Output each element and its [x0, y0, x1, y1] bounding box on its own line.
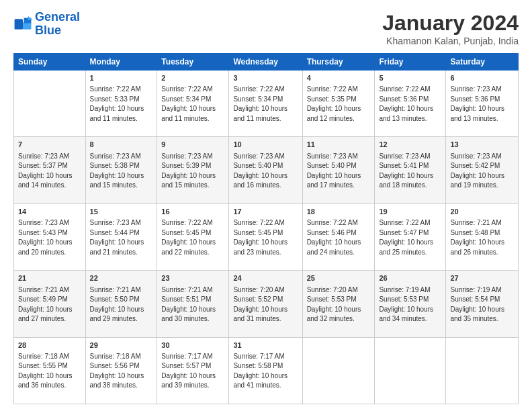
day-info: Sunrise: 7:22 AM Sunset: 5:35 PM Dayligh…	[307, 85, 371, 124]
day-cell: 5Sunrise: 7:22 AM Sunset: 5:36 PM Daylig…	[375, 71, 446, 137]
col-header-thursday: Thursday	[302, 54, 375, 71]
logo-line2: Blue	[35, 24, 61, 37]
day-info: Sunrise: 7:22 AM Sunset: 5:47 PM Dayligh…	[379, 218, 441, 257]
day-number: 12	[379, 140, 441, 150]
day-number: 26	[379, 273, 441, 283]
day-cell: 11Sunrise: 7:23 AM Sunset: 5:40 PM Dayli…	[302, 137, 375, 203]
header: General Blue January 2024 Khamanon Kalan…	[13, 11, 519, 46]
day-info: Sunrise: 7:18 AM Sunset: 5:56 PM Dayligh…	[90, 352, 153, 391]
day-number: 8	[90, 140, 153, 150]
logo: General Blue	[13, 11, 80, 38]
day-cell: 8Sunrise: 7:23 AM Sunset: 5:38 PM Daylig…	[85, 137, 157, 203]
day-cell: 22Sunrise: 7:21 AM Sunset: 5:50 PM Dayli…	[85, 271, 157, 337]
day-cell: 2Sunrise: 7:22 AM Sunset: 5:34 PM Daylig…	[157, 71, 229, 137]
day-cell: 9Sunrise: 7:23 AM Sunset: 5:39 PM Daylig…	[157, 137, 229, 203]
day-info: Sunrise: 7:22 AM Sunset: 5:46 PM Dayligh…	[307, 218, 371, 257]
day-number: 5	[379, 73, 441, 83]
day-info: Sunrise: 7:23 AM Sunset: 5:36 PM Dayligh…	[450, 85, 514, 124]
day-cell: 13Sunrise: 7:23 AM Sunset: 5:42 PM Dayli…	[446, 137, 519, 203]
calendar-body: 1Sunrise: 7:22 AM Sunset: 5:33 PM Daylig…	[14, 71, 519, 404]
day-number: 4	[307, 73, 371, 83]
day-cell: 6Sunrise: 7:23 AM Sunset: 5:36 PM Daylig…	[446, 71, 519, 137]
calendar-table: SundayMondayTuesdayWednesdayThursdayFrid…	[13, 53, 519, 404]
day-cell: 30Sunrise: 7:17 AM Sunset: 5:57 PM Dayli…	[157, 337, 229, 404]
day-number: 13	[450, 140, 514, 150]
day-info: Sunrise: 7:23 AM Sunset: 5:41 PM Dayligh…	[379, 152, 441, 191]
col-header-sunday: Sunday	[14, 54, 86, 71]
day-cell: 28Sunrise: 7:18 AM Sunset: 5:55 PM Dayli…	[14, 337, 86, 404]
day-info: Sunrise: 7:22 AM Sunset: 5:33 PM Dayligh…	[90, 85, 153, 124]
day-info: Sunrise: 7:23 AM Sunset: 5:39 PM Dayligh…	[161, 152, 224, 191]
day-cell: 21Sunrise: 7:21 AM Sunset: 5:49 PM Dayli…	[14, 271, 86, 337]
week-row-1: 1Sunrise: 7:22 AM Sunset: 5:33 PM Daylig…	[14, 71, 519, 137]
day-info: Sunrise: 7:22 AM Sunset: 5:34 PM Dayligh…	[233, 85, 298, 124]
day-info: Sunrise: 7:23 AM Sunset: 5:43 PM Dayligh…	[18, 218, 81, 257]
day-number: 15	[90, 207, 153, 217]
day-number: 24	[233, 273, 298, 283]
day-info: Sunrise: 7:22 AM Sunset: 5:34 PM Dayligh…	[161, 85, 224, 124]
day-cell: 3Sunrise: 7:22 AM Sunset: 5:34 PM Daylig…	[229, 71, 302, 137]
day-info: Sunrise: 7:23 AM Sunset: 5:42 PM Dayligh…	[450, 152, 514, 191]
day-info: Sunrise: 7:22 AM Sunset: 5:45 PM Dayligh…	[161, 218, 224, 257]
page: General Blue January 2024 Khamanon Kalan…	[0, 0, 532, 411]
col-header-friday: Friday	[375, 54, 446, 71]
day-number: 30	[161, 340, 224, 351]
day-info: Sunrise: 7:21 AM Sunset: 5:49 PM Dayligh…	[18, 285, 81, 324]
day-cell: 19Sunrise: 7:22 AM Sunset: 5:47 PM Dayli…	[375, 203, 446, 270]
day-cell: 29Sunrise: 7:18 AM Sunset: 5:56 PM Dayli…	[85, 337, 157, 404]
day-info: Sunrise: 7:18 AM Sunset: 5:55 PM Dayligh…	[18, 352, 81, 391]
day-info: Sunrise: 7:20 AM Sunset: 5:52 PM Dayligh…	[233, 285, 298, 324]
svg-marker-3	[28, 15, 32, 19]
day-number: 29	[90, 340, 153, 351]
day-number: 23	[161, 273, 224, 283]
day-cell: 20Sunrise: 7:21 AM Sunset: 5:48 PM Dayli…	[446, 203, 519, 270]
calendar-header-row: SundayMondayTuesdayWednesdayThursdayFrid…	[14, 54, 519, 71]
day-number: 6	[450, 73, 514, 83]
week-row-4: 21Sunrise: 7:21 AM Sunset: 5:49 PM Dayli…	[14, 271, 519, 337]
week-row-3: 14Sunrise: 7:23 AM Sunset: 5:43 PM Dayli…	[14, 203, 519, 270]
day-cell	[375, 337, 446, 404]
day-cell	[302, 337, 375, 404]
day-info: Sunrise: 7:17 AM Sunset: 5:57 PM Dayligh…	[161, 352, 224, 391]
day-number: 1	[90, 73, 153, 83]
week-row-2: 7Sunrise: 7:23 AM Sunset: 5:37 PM Daylig…	[14, 137, 519, 203]
day-info: Sunrise: 7:21 AM Sunset: 5:50 PM Dayligh…	[90, 285, 153, 324]
day-info: Sunrise: 7:17 AM Sunset: 5:58 PM Dayligh…	[233, 352, 298, 391]
day-cell: 4Sunrise: 7:22 AM Sunset: 5:35 PM Daylig…	[302, 71, 375, 137]
day-info: Sunrise: 7:22 AM Sunset: 5:36 PM Dayligh…	[379, 85, 441, 124]
day-number: 2	[161, 73, 224, 83]
month-title: January 2024	[382, 11, 519, 36]
day-info: Sunrise: 7:23 AM Sunset: 5:44 PM Dayligh…	[90, 218, 153, 257]
day-number: 25	[307, 273, 371, 283]
day-number: 22	[90, 273, 153, 283]
day-cell: 25Sunrise: 7:20 AM Sunset: 5:53 PM Dayli…	[302, 271, 375, 337]
svg-rect-1	[23, 22, 31, 30]
day-info: Sunrise: 7:21 AM Sunset: 5:48 PM Dayligh…	[450, 218, 514, 257]
day-info: Sunrise: 7:19 AM Sunset: 5:53 PM Dayligh…	[379, 285, 441, 324]
subtitle: Khamanon Kalan, Punjab, India	[382, 36, 519, 46]
day-cell: 16Sunrise: 7:22 AM Sunset: 5:45 PM Dayli…	[157, 203, 229, 270]
day-cell: 14Sunrise: 7:23 AM Sunset: 5:43 PM Dayli…	[14, 203, 86, 270]
day-number: 10	[233, 140, 298, 150]
svg-rect-0	[15, 19, 23, 30]
col-header-monday: Monday	[85, 54, 157, 71]
day-number: 17	[233, 207, 298, 217]
day-number: 27	[450, 273, 514, 283]
day-info: Sunrise: 7:21 AM Sunset: 5:51 PM Dayligh…	[161, 285, 224, 324]
day-info: Sunrise: 7:19 AM Sunset: 5:54 PM Dayligh…	[450, 285, 514, 324]
day-cell: 15Sunrise: 7:23 AM Sunset: 5:44 PM Dayli…	[85, 203, 157, 270]
logo-line1: General	[35, 10, 80, 24]
day-cell: 26Sunrise: 7:19 AM Sunset: 5:53 PM Dayli…	[375, 271, 446, 337]
day-number: 21	[18, 273, 81, 283]
day-number: 20	[450, 207, 514, 217]
col-header-saturday: Saturday	[446, 54, 519, 71]
day-info: Sunrise: 7:23 AM Sunset: 5:38 PM Dayligh…	[90, 152, 153, 191]
day-cell	[14, 71, 86, 137]
day-number: 3	[233, 73, 298, 83]
day-cell	[446, 337, 519, 404]
day-number: 16	[161, 207, 224, 217]
day-cell: 7Sunrise: 7:23 AM Sunset: 5:37 PM Daylig…	[14, 137, 86, 203]
day-info: Sunrise: 7:23 AM Sunset: 5:40 PM Dayligh…	[233, 152, 298, 191]
day-info: Sunrise: 7:22 AM Sunset: 5:45 PM Dayligh…	[233, 218, 298, 257]
day-cell: 1Sunrise: 7:22 AM Sunset: 5:33 PM Daylig…	[85, 71, 157, 137]
